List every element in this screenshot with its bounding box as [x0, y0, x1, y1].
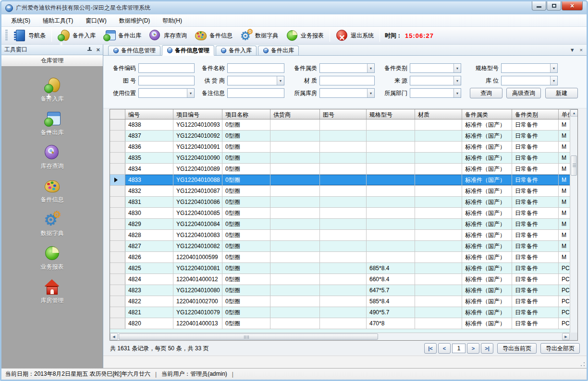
toolbar-bag-in-button[interactable]: 备件入库	[54, 28, 99, 43]
row-selector-cell[interactable]	[110, 164, 125, 174]
close-button[interactable]: ×	[562, 1, 583, 11]
column-header[interactable]: 备件属类	[462, 109, 512, 119]
table-row[interactable]: 482612204010005990型圈标准件（国产）日常备件M	[110, 252, 577, 263]
row-selector-cell[interactable]	[110, 197, 125, 207]
table-row[interactable]: 4823YG122040100800型圈647*5.7标准件（国产）日常备件PC	[110, 285, 577, 296]
row-selector-cell[interactable]	[110, 296, 125, 307]
select-3-1[interactable]: ▼	[410, 76, 461, 85]
next-page-button[interactable]: >	[467, 343, 479, 354]
export-current-page-button[interactable]: 导出当前页	[497, 343, 537, 354]
query-button[interactable]: 查询	[470, 88, 502, 98]
column-header[interactable]: 项目名称	[222, 109, 270, 119]
row-selector-cell[interactable]	[110, 131, 125, 141]
first-page-button[interactable]: |<	[424, 343, 437, 354]
row-selector-cell[interactable]	[110, 208, 125, 218]
table-row[interactable]: 4828YG122040100830型圈标准件（国产）日常备件M	[110, 230, 577, 241]
sidebar-item-pie[interactable]: 业务报表	[41, 245, 64, 271]
row-selector-cell[interactable]	[110, 175, 125, 185]
table-row[interactable]: 482012204014000130型圈470*8标准件（国产）日常备件PC	[110, 318, 577, 329]
row-selector-cell[interactable]	[110, 307, 125, 318]
vertical-scrollbar[interactable]: ▲	[570, 109, 577, 333]
sidebar-item-palette[interactable]: 备件信息	[41, 178, 64, 204]
pin-icon[interactable]	[87, 47, 92, 52]
scroll-up-icon[interactable]: ▲	[570, 109, 578, 117]
maximize-button[interactable]	[547, 1, 561, 11]
select-3-2[interactable]: ▼	[410, 88, 461, 98]
table-row[interactable]: 4832YG122040100870型圈标准件（国产）日常备件M	[110, 186, 577, 197]
tab[interactable]: 备件信息管理	[162, 45, 214, 56]
row-selector-cell[interactable]	[110, 142, 125, 152]
toolbar-gears-button[interactable]: 数据字典	[236, 28, 282, 43]
menu-item[interactable]: 帮助(H)	[158, 15, 187, 26]
sidebar-item-bag-in[interactable]: 备件入库	[41, 77, 64, 103]
row-selector-cell[interactable]	[110, 318, 125, 329]
table-row[interactable]: 4831YG122040100860型圈标准件（国产）日常备件M	[110, 197, 577, 208]
column-header[interactable]: 图号	[320, 109, 367, 119]
table-row[interactable]: 482412204014000120型圈660*8.4标准件（国产）日常备件PC	[110, 274, 577, 285]
table-row[interactable]: 4833YG122040100880型圈标准件（国产）日常备件M	[110, 175, 577, 186]
toolbar-book-button[interactable]: 导航条	[10, 28, 49, 43]
export-all-pages-button[interactable]: 导出全部页	[540, 343, 580, 354]
row-selector-cell[interactable]	[110, 241, 125, 251]
select-3-0[interactable]: ▼	[410, 63, 461, 73]
last-page-button[interactable]: >|	[481, 343, 493, 354]
table-row[interactable]: 4834YG122040100890型圈标准件（国产）日常备件M	[110, 164, 577, 175]
row-selector-cell[interactable]	[110, 186, 125, 196]
row-selector-cell[interactable]	[110, 252, 125, 262]
table-row[interactable]: 4821YG122040100790型圈490*5.7标准件（国产）日常备件PC	[110, 307, 577, 318]
column-header[interactable]: 项目编号	[173, 109, 222, 119]
row-selector-cell[interactable]	[110, 274, 125, 285]
select-4-0[interactable]: ▼	[501, 63, 558, 73]
tab[interactable]: 备件出库	[258, 46, 299, 55]
toolbar-magnifier-button[interactable]: 库存查询	[145, 28, 191, 43]
resize-grip[interactable]	[580, 362, 585, 367]
toolbar-exit-button[interactable]: 退出系统	[332, 28, 378, 43]
input-2-1[interactable]	[319, 76, 375, 85]
table-row[interactable]: 482212204010027000型圈585*8.4标准件（国产）日常备件PC	[110, 296, 577, 307]
column-header[interactable]: 供货商	[270, 109, 320, 119]
column-header[interactable]: 材质	[415, 109, 462, 119]
sidebar-item-door-out[interactable]: 备件出库	[41, 111, 64, 137]
table-row[interactable]: 4825YG122040100810型圈685*8.4标准件（国产）日常备件PC	[110, 263, 577, 274]
table-row[interactable]: 4838YG122040100930型圈标准件（国产）日常备件M	[110, 119, 577, 131]
menu-item[interactable]: 辅助工具(T)	[38, 15, 78, 26]
tab[interactable]: 备件信息管理	[108, 46, 160, 55]
horizontal-scrollbar[interactable]: ◀ ▶	[110, 333, 570, 340]
table-row[interactable]: 4835YG122040100900型圈标准件（国产）日常备件M	[110, 153, 577, 164]
menu-item[interactable]: 数据维护(D)	[114, 15, 155, 26]
minimize-button[interactable]	[532, 1, 546, 11]
toolbar-palette-button[interactable]: 备件信息	[191, 28, 236, 43]
row-selector-cell[interactable]	[110, 263, 125, 274]
input-1-0[interactable]	[227, 63, 284, 73]
select-2-2[interactable]: ▼	[319, 88, 375, 98]
page-number-input[interactable]: 1	[452, 344, 466, 353]
tab[interactable]: 备件入库	[216, 46, 257, 55]
table-row[interactable]: 4827YG122040100820型圈标准件（国产）日常备件M	[110, 241, 577, 252]
scroll-left-icon[interactable]: ◀	[110, 333, 118, 340]
horizontal-scroll-thumb[interactable]	[119, 333, 378, 340]
menu-item[interactable]: 窗口(W)	[81, 15, 111, 26]
sidebar-item-magnifier[interactable]: 库存查询	[41, 144, 64, 170]
table-row[interactable]: 4836YG122040100910型圈标准件（国产）日常备件M	[110, 142, 577, 153]
panel-close-icon[interactable]: ×	[96, 47, 100, 52]
scroll-right-icon[interactable]: ▶	[562, 333, 570, 340]
new-button[interactable]: 新建	[545, 88, 578, 98]
tab-list-dropdown-icon[interactable]: ▼	[570, 47, 575, 53]
tab-close-icon[interactable]: ×	[580, 47, 583, 53]
menu-item[interactable]: 系统(S)	[6, 15, 35, 26]
select-2-0[interactable]: ▼	[319, 63, 375, 73]
advanced-query-button[interactable]: 高级查询	[506, 88, 541, 98]
sidebar-item-gears[interactable]: 数据字典	[41, 212, 64, 238]
row-selector-cell[interactable]	[110, 119, 125, 130]
column-header[interactable]: 规格型号	[367, 109, 415, 119]
sidebar-group-header[interactable]: 仓库管理	[1, 55, 103, 67]
select-1-1[interactable]: ▼	[227, 76, 284, 85]
column-header[interactable]: 备件类别	[512, 109, 559, 119]
column-header[interactable]: 编号	[125, 109, 173, 119]
row-selector-cell[interactable]	[110, 153, 125, 163]
row-selector-cell[interactable]	[110, 219, 125, 229]
toolbar-door-out-button[interactable]: 备件出库	[99, 28, 145, 43]
sidebar-item-house[interactable]: 库房管理	[41, 279, 64, 305]
input-1-2[interactable]	[227, 88, 284, 98]
vertical-scroll-thumb[interactable]	[571, 155, 577, 176]
